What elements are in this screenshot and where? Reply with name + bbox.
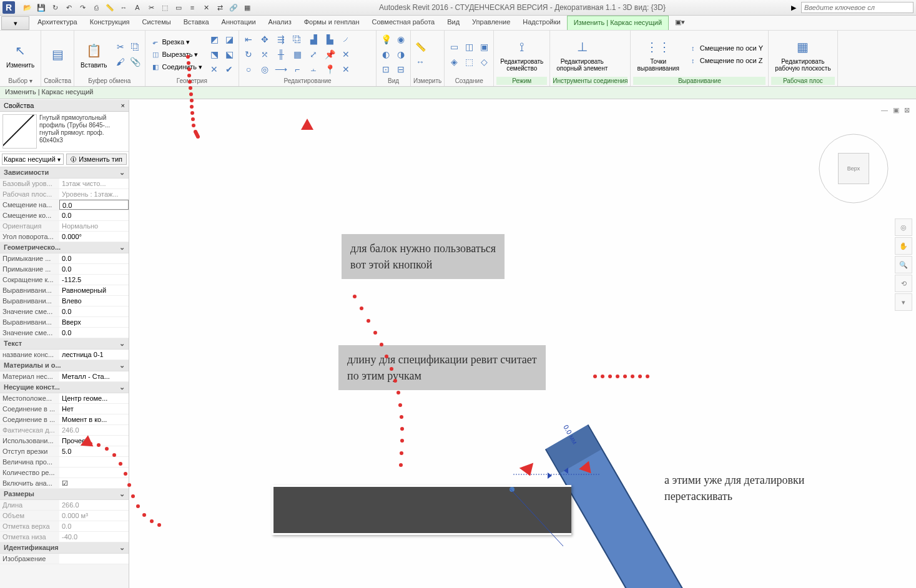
qat-open-icon[interactable]: 📂 (21, 1, 34, 14)
qat-dim-icon[interactable]: ↔ (117, 1, 130, 14)
prop-value[interactable]: Влево (59, 296, 129, 306)
trim2-icon[interactable]: ⤱ (258, 47, 272, 61)
app-menu-button[interactable]: ▾ (1, 16, 29, 30)
tab-insert[interactable]: Вставка (177, 16, 215, 30)
properties-button[interactable]: ▤ (44, 43, 71, 66)
prop-group-ident[interactable]: Идентификация⌄ (0, 542, 129, 554)
rotate-icon[interactable]: ↻ (242, 47, 255, 61)
delete-icon[interactable]: ✕ (339, 47, 353, 61)
create-4-icon[interactable]: ◈ (447, 55, 461, 69)
scale-icon[interactable]: ⤢ (307, 47, 320, 61)
offset-y-button[interactable]: ↕Смещение по оси Y (686, 42, 766, 54)
copy2-icon[interactable]: ⿻ (290, 32, 304, 46)
cut-icon[interactable]: ✂ (114, 40, 127, 54)
close-view-icon[interactable]: ⊠ (904, 106, 910, 114)
prop-value[interactable]: Нет (59, 404, 129, 414)
prop-value[interactable]: Вверх (59, 317, 129, 327)
view-tool-5-icon[interactable]: ⊡ (379, 62, 393, 76)
tab-massing[interactable]: Формы и генплан (298, 16, 366, 30)
prop-group-geom[interactable]: Геометрическо...⌄ (0, 242, 129, 253)
qat-sync-icon[interactable]: ↻ (49, 1, 61, 14)
cope-button[interactable]: ⬐Врезка ▾ (148, 36, 205, 47)
prop-value[interactable]: 0.0 (59, 210, 129, 220)
tab-view[interactable]: Вид (441, 16, 466, 30)
trim-icon[interactable]: ⟋ (339, 32, 353, 46)
dim2-icon[interactable]: ↔ (413, 55, 427, 69)
prop-group-dims[interactable]: Размеры⌄ (0, 489, 129, 500)
tab-addins[interactable]: Надстройки (516, 16, 566, 30)
geom-tool-3-icon[interactable]: ⬔ (207, 47, 221, 61)
prop-value[interactable]: 0.0 (59, 253, 129, 263)
prop-value[interactable] (59, 457, 129, 467)
prop-value[interactable]: лестница 0-1 (59, 350, 129, 360)
prop-value[interactable]: Центр геоме... (59, 393, 129, 403)
create-1-icon[interactable]: ▭ (447, 40, 461, 54)
prop-value[interactable]: Момент в ко... (59, 414, 129, 424)
qat-section2-icon[interactable]: ▭ (172, 1, 185, 14)
split-icon[interactable]: ╫ (274, 47, 288, 61)
cut-geom-button[interactable]: ◫Вырезать ▾ (148, 49, 205, 60)
create-6-icon[interactable]: ◇ (477, 55, 491, 69)
prop-value[interactable]: 0.0 (59, 328, 129, 338)
view-tool-4-icon[interactable]: ◑ (394, 47, 408, 61)
prop-value[interactable] (59, 554, 129, 564)
restore-view-icon[interactable]: ▣ (893, 106, 899, 114)
align-icon[interactable]: ⇤ (242, 32, 255, 46)
prop-value[interactable]: 0.000° (59, 232, 129, 242)
nav-zoom-icon[interactable]: 🔍 (895, 256, 912, 273)
qat-thin-icon[interactable]: ≡ (186, 1, 199, 14)
geom-tool-6-icon[interactable]: ✔ (222, 62, 236, 76)
edit-workplane-button[interactable]: ▦ Редактировать рабочую плоскость (771, 36, 834, 73)
qat-print-icon[interactable]: ⎙ (90, 1, 102, 14)
edit-family-button[interactable]: ⟟ Редактировать семейство (496, 36, 547, 73)
qat-section-icon[interactable]: ✂ (145, 1, 157, 14)
prop-value[interactable]: 0.0 (59, 306, 129, 316)
qat-text-icon[interactable]: A (131, 1, 144, 14)
tab-analyze[interactable]: Анализ (262, 16, 298, 30)
view-tool-1-icon[interactable]: 💡 (379, 32, 393, 46)
nav-orbit-icon[interactable]: ⟲ (895, 275, 912, 292)
category-dropdown[interactable]: Каркас несущий ▾ (2, 154, 64, 165)
nav-pan-icon[interactable]: ✋ (895, 237, 912, 255)
qat-switch-icon[interactable]: ⇄ (214, 1, 226, 14)
prop-value[interactable]: -112.5 (59, 275, 129, 285)
clip-icon[interactable]: 📎 (129, 55, 142, 69)
tab-manage[interactable]: Управление (466, 16, 516, 30)
view-tool-6-icon[interactable]: ⊟ (394, 62, 408, 76)
geom-tool-2-icon[interactable]: ◪ (222, 32, 236, 46)
geom-tool-4-icon[interactable]: ⬕ (222, 47, 236, 61)
qat-undo-icon[interactable]: ↶ (62, 1, 75, 14)
type-selector[interactable]: Гнутый прямоугольный профиль (Трубы 8645… (0, 112, 129, 152)
create-5-icon[interactable]: ⬚ (462, 55, 476, 69)
corner-icon[interactable]: ⌐ (290, 62, 304, 76)
app-logo[interactable]: R (2, 1, 15, 14)
circle2-icon[interactable]: ◎ (258, 62, 272, 76)
modify-button[interactable]: ↖ Изменить (2, 39, 38, 70)
prop-group-text[interactable]: Текст⌄ (0, 338, 129, 350)
create-2-icon[interactable]: ◫ (462, 40, 476, 54)
prop-value[interactable] (59, 468, 129, 478)
match-icon[interactable]: 🖌 (114, 55, 127, 69)
prop-group-struct[interactable]: Несущие конст...⌄ (0, 382, 129, 393)
tab-collaborate[interactable]: Совместная работа (366, 16, 441, 30)
pin-icon[interactable]: 📌 (323, 47, 337, 61)
prop-value[interactable]: Металл - Ста... (59, 371, 129, 381)
qat-3d-icon[interactable]: ⬚ (159, 1, 171, 14)
tab-architecture[interactable]: Архитектура (31, 16, 84, 30)
geom-tool-1-icon[interactable]: ◩ (207, 32, 221, 46)
align-points-button[interactable]: ⋮⋮ Точки выравнивания (633, 36, 682, 73)
tab-modify-contextual[interactable]: Изменить | Каркас несущий (567, 16, 669, 30)
infocenter-icon[interactable]: ▶ (791, 4, 796, 12)
offset-z-button[interactable]: ↕Смещение по оси Z (686, 55, 766, 66)
qat-close-icon[interactable]: ✕ (200, 1, 212, 14)
move-icon[interactable]: ✥ (258, 32, 272, 46)
copy-icon[interactable]: ⿻ (129, 40, 142, 54)
min-view-icon[interactable]: — (881, 106, 888, 114)
nav-more-icon[interactable]: ▾ (895, 293, 912, 311)
prop-value[interactable]: 0.0 (59, 264, 129, 274)
qat-redo-icon[interactable]: ↷ (76, 1, 89, 14)
tab-extra-icon[interactable]: ▣▾ (669, 16, 691, 30)
measure-icon[interactable]: 📏 (413, 40, 427, 54)
prop-value[interactable]: Равномерный (59, 285, 129, 295)
tab-annotate[interactable]: Аннотации (215, 16, 262, 30)
